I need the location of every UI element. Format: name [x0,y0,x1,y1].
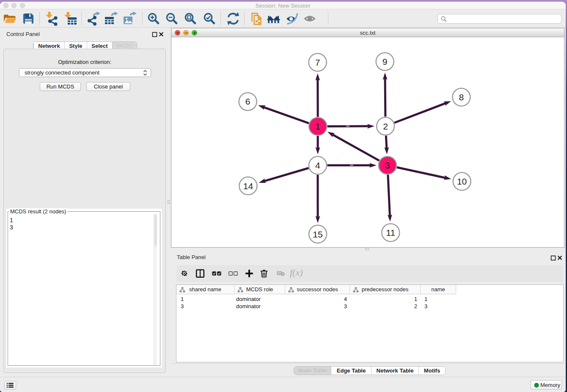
svg-text:3: 3 [385,160,390,170]
svg-text:2: 2 [383,121,388,131]
svg-text:15: 15 [313,229,322,239]
svg-text:10: 10 [457,177,467,186]
svg-text:1: 1 [315,121,320,131]
svg-text:9: 9 [383,57,388,66]
svg-text:14: 14 [243,181,253,191]
svg-text:11: 11 [386,228,395,237]
svg-text:8: 8 [459,92,464,102]
svg-text:7: 7 [315,58,320,67]
svg-text:6: 6 [245,97,250,106]
svg-text:4: 4 [315,160,320,170]
